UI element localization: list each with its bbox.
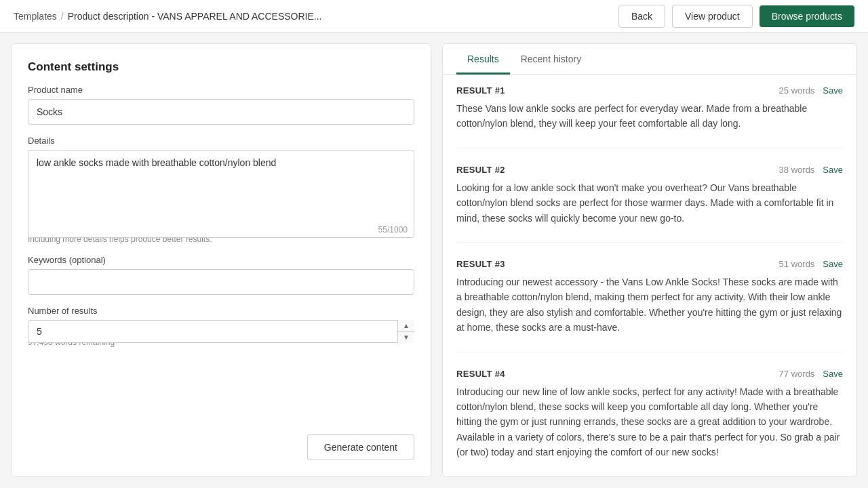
number-results-field-group: Number of results ▲ ▼ 97,498 words remai… [28,306,414,347]
char-count: 55/1000 [378,225,408,235]
details-textarea[interactable]: low ankle socks made with breathable cot… [28,150,414,238]
result-header-1: RESULT #1 25 words Save [456,85,843,96]
breadcrumb-separator: / [61,11,64,22]
word-count-2: 38 words [779,165,815,175]
result-item: RESULT #3 51 words Save Introducing our … [456,259,843,352]
result-meta-2: 38 words Save [779,165,843,175]
details-wrapper: low ankle socks made with breathable cot… [28,150,414,240]
browse-products-button[interactable]: Browse products [760,5,854,27]
result-item: RESULT #4 77 words Save Introducing our … [456,369,843,476]
product-name-input[interactable] [28,99,414,125]
result-text-2: Looking for a low ankle sock that won't … [456,180,843,226]
save-link-3[interactable]: Save [823,259,843,269]
number-results-label: Number of results [28,306,414,316]
breadcrumb: Templates / Product description - VANS A… [14,11,321,22]
result-label-4: RESULT #4 [456,369,505,379]
result-meta-3: 51 words Save [779,259,843,269]
result-header-3: RESULT #3 51 words Save [456,259,843,269]
keywords-field-group: Keywords (optional) [28,255,414,295]
result-text-4: Introducing our new line of low ankle so… [456,384,843,460]
word-count-4: 77 words [779,369,815,379]
result-meta-4: 77 words Save [779,369,843,379]
main-container: Content settings Product name Details lo… [0,33,868,488]
number-results-input[interactable] [28,320,414,343]
details-field-group: Details low ankle socks made with breath… [28,136,414,244]
spinner-down-button[interactable]: ▼ [398,332,414,344]
keywords-label: Keywords (optional) [28,255,414,265]
result-label-2: RESULT #2 [456,165,505,175]
result-header-2: RESULT #2 38 words Save [456,165,843,175]
details-label: Details [28,136,414,146]
keywords-input[interactable] [28,269,414,295]
generate-btn-wrapper: Generate content [28,434,414,460]
tab-recent-history[interactable]: Recent history [510,44,592,75]
result-meta-1: 25 words Save [779,85,843,96]
tabs-bar: Results Recent history [443,44,856,75]
panel-title: Content settings [28,60,414,74]
result-label-3: RESULT #3 [456,259,505,269]
spinner-up-button[interactable]: ▲ [398,320,414,332]
left-panel: Content settings Product name Details lo… [11,43,431,477]
result-header-4: RESULT #4 77 words Save [456,369,843,379]
result-text-1: These Vans low ankle socks are perfect f… [456,101,843,131]
save-link-1[interactable]: Save [823,85,843,96]
save-link-2[interactable]: Save [823,165,843,175]
result-label-1: RESULT #1 [456,85,505,96]
product-name-label: Product name [28,85,414,95]
spinner-buttons: ▲ ▼ [397,320,414,343]
results-content: RESULT #1 25 words Save These Vans low a… [443,75,856,476]
tab-results[interactable]: Results [456,44,510,75]
result-text-3: Introducing our newest accessory - the V… [456,274,843,336]
app-header: Templates / Product description - VANS A… [0,0,868,33]
generate-content-button[interactable]: Generate content [307,434,414,460]
breadcrumb-templates[interactable]: Templates [14,11,57,22]
result-item: RESULT #1 25 words Save These Vans low a… [456,85,843,148]
product-name-field-group: Product name [28,85,414,125]
word-count-3: 51 words [779,259,815,269]
right-panel: Results Recent history RESULT #1 25 word… [442,43,857,477]
word-count-1: 25 words [779,85,815,96]
save-link-4[interactable]: Save [823,369,843,379]
back-button[interactable]: Back [618,5,665,28]
breadcrumb-current-page: Product description - VANS APPAREL AND A… [68,11,322,22]
result-item: RESULT #2 38 words Save Looking for a lo… [456,165,843,243]
number-field-wrapper: ▲ ▼ [28,320,414,343]
view-product-button[interactable]: View product [672,5,753,28]
header-actions: Back View product Browse products [618,5,854,28]
